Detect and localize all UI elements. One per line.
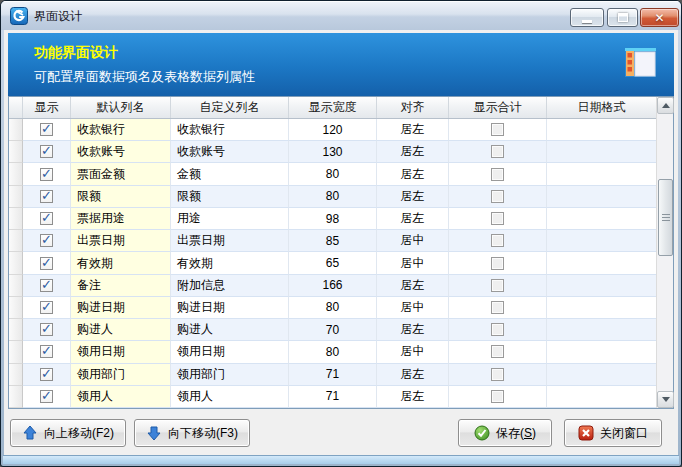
display-checkbox[interactable] bbox=[40, 368, 53, 381]
default-name-cell[interactable]: 有效期 bbox=[71, 252, 171, 274]
default-name-cell[interactable]: 出票日期 bbox=[71, 230, 171, 252]
total-cell[interactable] bbox=[449, 208, 547, 230]
default-name-cell[interactable]: 票据用途 bbox=[71, 208, 171, 230]
header-show-total[interactable]: 显示合计 bbox=[449, 97, 547, 118]
total-cell[interactable] bbox=[449, 163, 547, 185]
width-cell[interactable]: 71 bbox=[289, 386, 377, 408]
display-checkbox[interactable] bbox=[40, 234, 53, 247]
display-checkbox[interactable] bbox=[40, 123, 53, 136]
width-cell[interactable]: 80 bbox=[289, 163, 377, 185]
display-checkbox[interactable] bbox=[40, 168, 53, 181]
scroll-down-button[interactable] bbox=[657, 391, 674, 408]
row-selector[interactable] bbox=[9, 319, 23, 341]
default-name-cell[interactable]: 领用部门 bbox=[71, 364, 171, 386]
date-format-cell[interactable] bbox=[547, 230, 656, 252]
custom-name-cell[interactable]: 购进日期 bbox=[171, 297, 289, 319]
header-align[interactable]: 对齐 bbox=[377, 97, 449, 118]
custom-name-cell[interactable]: 出票日期 bbox=[171, 230, 289, 252]
total-checkbox[interactable] bbox=[491, 368, 504, 381]
display-cell[interactable] bbox=[23, 341, 71, 363]
total-cell[interactable] bbox=[449, 341, 547, 363]
row-selector[interactable] bbox=[9, 230, 23, 252]
total-cell[interactable] bbox=[449, 297, 547, 319]
default-name-cell[interactable]: 领用日期 bbox=[71, 341, 171, 363]
date-format-cell[interactable] bbox=[547, 141, 656, 163]
total-checkbox[interactable] bbox=[491, 345, 504, 358]
title-bar[interactable]: 界面设计 ✕ bbox=[1, 1, 681, 30]
display-checkbox[interactable] bbox=[40, 190, 53, 203]
display-cell[interactable] bbox=[23, 252, 71, 274]
save-button[interactable]: 保存(S) bbox=[458, 419, 552, 447]
row-selector[interactable] bbox=[9, 208, 23, 230]
width-cell[interactable]: 80 bbox=[289, 186, 377, 208]
total-checkbox[interactable] bbox=[491, 323, 504, 336]
custom-name-cell[interactable]: 领用日期 bbox=[171, 341, 289, 363]
default-name-cell[interactable]: 领用人 bbox=[71, 386, 171, 408]
display-checkbox[interactable] bbox=[40, 323, 53, 336]
custom-name-cell[interactable]: 收款账号 bbox=[171, 141, 289, 163]
display-checkbox[interactable] bbox=[40, 390, 53, 403]
total-cell[interactable] bbox=[449, 252, 547, 274]
display-cell[interactable] bbox=[23, 319, 71, 341]
width-cell[interactable]: 120 bbox=[289, 119, 377, 141]
display-cell[interactable] bbox=[23, 208, 71, 230]
width-cell[interactable]: 85 bbox=[289, 230, 377, 252]
align-cell[interactable]: 居中 bbox=[377, 297, 449, 319]
width-cell[interactable]: 80 bbox=[289, 297, 377, 319]
display-cell[interactable] bbox=[23, 163, 71, 185]
custom-name-cell[interactable]: 用途 bbox=[171, 208, 289, 230]
date-format-cell[interactable] bbox=[547, 163, 656, 185]
row-selector[interactable] bbox=[9, 163, 23, 185]
custom-name-cell[interactable]: 购进人 bbox=[171, 319, 289, 341]
align-cell[interactable]: 居中 bbox=[377, 341, 449, 363]
total-checkbox[interactable] bbox=[491, 234, 504, 247]
date-format-cell[interactable] bbox=[547, 364, 656, 386]
move-up-button[interactable]: 向上移动(F2) bbox=[10, 419, 126, 447]
align-cell[interactable]: 居中 bbox=[377, 230, 449, 252]
display-checkbox[interactable] bbox=[40, 279, 53, 292]
date-format-cell[interactable] bbox=[547, 275, 656, 297]
custom-name-cell[interactable]: 有效期 bbox=[171, 252, 289, 274]
row-selector[interactable] bbox=[9, 364, 23, 386]
scroll-up-button[interactable] bbox=[657, 97, 674, 114]
display-checkbox[interactable] bbox=[40, 257, 53, 270]
date-format-cell[interactable] bbox=[547, 319, 656, 341]
header-width[interactable]: 显示宽度 bbox=[289, 97, 377, 118]
width-cell[interactable]: 70 bbox=[289, 319, 377, 341]
total-checkbox[interactable] bbox=[491, 390, 504, 403]
total-checkbox[interactable] bbox=[491, 123, 504, 136]
total-checkbox[interactable] bbox=[491, 212, 504, 225]
date-format-cell[interactable] bbox=[547, 297, 656, 319]
total-cell[interactable] bbox=[449, 186, 547, 208]
total-checkbox[interactable] bbox=[491, 168, 504, 181]
display-checkbox[interactable] bbox=[40, 301, 53, 314]
date-format-cell[interactable] bbox=[547, 208, 656, 230]
header-selector[interactable] bbox=[9, 97, 23, 118]
total-checkbox[interactable] bbox=[491, 190, 504, 203]
align-cell[interactable]: 居左 bbox=[377, 364, 449, 386]
display-cell[interactable] bbox=[23, 297, 71, 319]
total-checkbox[interactable] bbox=[491, 145, 504, 158]
scrollbar-thumb[interactable] bbox=[658, 179, 673, 256]
custom-name-cell[interactable]: 领用人 bbox=[171, 386, 289, 408]
width-cell[interactable]: 71 bbox=[289, 364, 377, 386]
default-name-cell[interactable]: 购进人 bbox=[71, 319, 171, 341]
header-custom-name[interactable]: 自定义列名 bbox=[171, 97, 289, 118]
default-name-cell[interactable]: 收款账号 bbox=[71, 141, 171, 163]
total-cell[interactable] bbox=[449, 230, 547, 252]
header-default-name[interactable]: 默认列名 bbox=[71, 97, 171, 118]
header-date-format[interactable]: 日期格式 bbox=[547, 97, 656, 118]
row-selector[interactable] bbox=[9, 141, 23, 163]
move-down-button[interactable]: 向下移动(F3) bbox=[134, 419, 250, 447]
align-cell[interactable]: 居中 bbox=[377, 252, 449, 274]
row-selector[interactable] bbox=[9, 186, 23, 208]
vertical-scrollbar[interactable] bbox=[656, 97, 673, 408]
width-cell[interactable]: 166 bbox=[289, 275, 377, 297]
default-name-cell[interactable]: 限额 bbox=[71, 186, 171, 208]
display-cell[interactable] bbox=[23, 364, 71, 386]
default-name-cell[interactable]: 备注 bbox=[71, 275, 171, 297]
custom-name-cell[interactable]: 领用部门 bbox=[171, 364, 289, 386]
width-cell[interactable]: 80 bbox=[289, 341, 377, 363]
custom-name-cell[interactable]: 限额 bbox=[171, 186, 289, 208]
maximize-button[interactable] bbox=[607, 8, 638, 27]
